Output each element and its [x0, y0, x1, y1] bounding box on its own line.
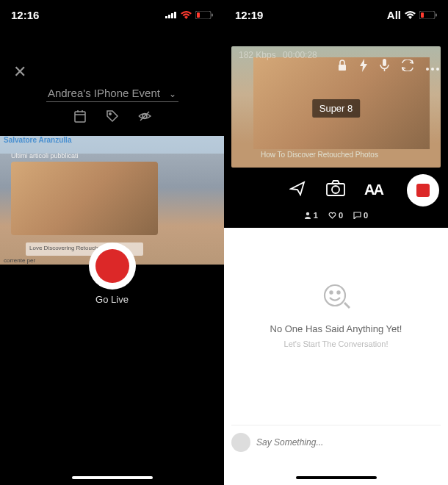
home-indicator[interactable]: [296, 476, 377, 479]
text-tool-button[interactable]: AA: [364, 182, 383, 198]
event-title: Andrea's IPhone Event: [48, 87, 160, 99]
chat-empty-subtitle: Let's Start The Conversation!: [224, 340, 448, 348]
svg-rect-5: [212, 13, 213, 16]
visibility-off-icon[interactable]: [137, 109, 152, 126]
go-live-label: Go Live: [0, 294, 224, 305]
event-title-dropdown[interactable]: Andrea's IPhone Event ⌄: [0, 87, 224, 102]
viewer-count: 1: [304, 211, 318, 220]
filter-name-badge: Super 8: [312, 99, 361, 118]
preview-brand-text: Salvatore Aranzulla: [4, 136, 71, 144]
switch-camera-icon[interactable]: [401, 60, 414, 74]
smiley-icon: [224, 283, 448, 311]
svg-rect-1: [168, 15, 170, 18]
svg-point-11: [109, 113, 110, 115]
svg-rect-7: [75, 112, 85, 122]
flash-icon[interactable]: [359, 59, 368, 75]
stream-stats: 182 Kbps 00:00:28: [239, 50, 317, 60]
tag-icon[interactable]: [105, 109, 120, 126]
chat-input[interactable]: [256, 437, 441, 448]
carrier-text: All: [387, 9, 401, 21]
record-dot: [95, 249, 129, 283]
calendar-icon[interactable]: [73, 109, 87, 126]
go-live-button[interactable]: [89, 242, 136, 290]
svg-point-21: [431, 68, 434, 71]
chat-empty-title: No One Has Said Anything Yet!: [224, 323, 448, 334]
mic-icon[interactable]: [380, 59, 389, 75]
event-options-toolbar: [0, 109, 224, 126]
signal-icon: [165, 11, 177, 18]
clock: 12:16: [11, 9, 39, 21]
battery-icon: [419, 11, 437, 19]
camera-icon[interactable]: [326, 180, 345, 199]
status-bar: 12:19 All: [224, 0, 448, 29]
screen-broadcasting: 12:19 All How To Discover Retouched Phot…: [224, 0, 448, 485]
preview-subtitle: Ultimi articoli pubblicati: [11, 152, 79, 159]
svg-point-28: [337, 291, 339, 293]
status-icons: [165, 11, 213, 19]
preview-caption: How To Discover Retouched Photos: [261, 151, 378, 159]
engagement-stats: 1 0 0: [224, 211, 448, 220]
svg-rect-0: [165, 16, 167, 18]
preview-corner-text: corrente per: [4, 258, 35, 265]
stop-square-icon: [416, 184, 430, 197]
clock: 12:19: [235, 9, 263, 21]
chat-input-row: [231, 425, 441, 452]
chat-panel: No One Has Said Anything Yet! Let's Star…: [224, 228, 448, 485]
svg-point-22: [436, 68, 439, 71]
svg-point-27: [330, 291, 332, 293]
svg-point-24: [332, 186, 339, 193]
svg-rect-3: [174, 12, 176, 18]
status-icons: All: [387, 9, 437, 21]
comment-count: 0: [353, 211, 368, 220]
svg-rect-2: [171, 13, 173, 18]
stop-broadcast-button[interactable]: [407, 174, 439, 206]
battery-icon: [195, 11, 213, 19]
like-count: 0: [328, 211, 343, 220]
close-icon[interactable]: ✕: [13, 62, 26, 82]
svg-rect-18: [383, 59, 386, 66]
lock-icon[interactable]: [337, 60, 347, 74]
svg-point-20: [426, 68, 429, 71]
svg-rect-15: [436, 13, 437, 16]
broadcast-top-controls: [337, 59, 439, 75]
svg-point-25: [306, 212, 309, 215]
svg-point-26: [325, 285, 345, 306]
screen-go-live: 12:16 ✕ Andrea's IPhone Event ⌄ Salvator…: [0, 0, 224, 485]
status-bar: 12:16: [0, 0, 224, 29]
wifi-icon: [405, 11, 416, 19]
more-icon[interactable]: [426, 60, 439, 73]
svg-rect-6: [197, 12, 200, 18]
home-indicator[interactable]: [72, 476, 153, 479]
bitrate-value: 182 Kbps: [239, 50, 276, 60]
wifi-icon: [181, 11, 192, 19]
avatar: [231, 433, 250, 452]
svg-rect-17: [339, 65, 346, 71]
chevron-down-icon: ⌄: [169, 89, 176, 99]
svg-rect-16: [421, 12, 424, 18]
elapsed-time: 00:00:28: [283, 50, 317, 60]
share-icon[interactable]: [289, 180, 307, 199]
preview-content-image: [11, 162, 158, 235]
